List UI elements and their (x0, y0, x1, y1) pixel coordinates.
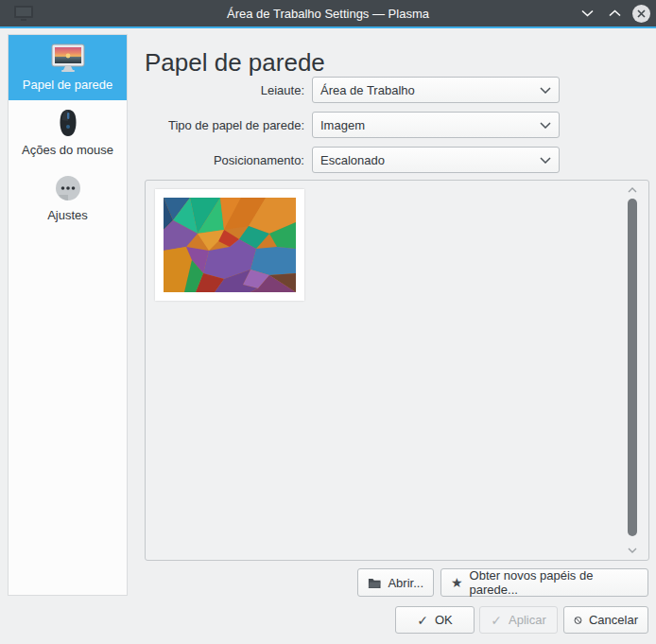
wallpaper-type-label: Tipo de papel de parede: (132, 112, 304, 138)
app-icon (13, 5, 34, 22)
scroll-down-icon[interactable] (627, 546, 638, 555)
maximize-icon[interactable] (605, 4, 624, 23)
page-title: Papel de parede (145, 48, 325, 78)
wallpaper-image (164, 198, 296, 292)
wallpaper-type-select-value: Imagem (320, 118, 540, 132)
positioning-select-value: Escalonado (320, 153, 540, 167)
sidebar: Papel de parede Ações do mouse Ajustes (8, 34, 128, 596)
layout-select-value: Área de Trabalho (320, 83, 540, 97)
positioning-select[interactable]: Escalonado (312, 147, 560, 173)
scrollbar-thumb[interactable] (628, 199, 637, 536)
tweaks-icon (51, 174, 85, 202)
apply-button-label: Aplicar (509, 613, 546, 627)
sidebar-item-label: Ações do mouse (22, 143, 113, 157)
sidebar-item-papel-de-parede[interactable]: Papel de parede (9, 35, 127, 100)
chevron-down-icon (540, 157, 551, 164)
check-icon: ✓ (491, 614, 502, 627)
sidebar-item-label: Papel de parede (23, 78, 112, 92)
sidebar-item-acoes-do-mouse[interactable]: Ações do mouse (9, 100, 127, 165)
window-title: Área de Trabalho Settings — Plasma (227, 7, 429, 21)
wallpaper-monitor-icon (51, 44, 85, 72)
sidebar-item-label: Ajustes (47, 208, 88, 222)
wallpaper-list-scrollbar (627, 185, 638, 555)
layout-select[interactable]: Área de Trabalho (312, 77, 560, 103)
wallpaper-list (145, 180, 649, 561)
wallpaper-thumbnail-selected[interactable] (155, 189, 304, 301)
layout-label: Leiaute: (132, 77, 304, 103)
get-new-wallpapers-button[interactable]: ★ Obter novos papéis de parede... (440, 568, 648, 597)
chevron-down-icon (540, 87, 551, 94)
open-button-label: Abrir... (388, 576, 423, 590)
get-new-wallpapers-label: Obter novos papéis de parede... (470, 568, 638, 597)
open-button[interactable]: Abrir... (357, 568, 434, 597)
wallpaper-type-select[interactable]: Imagem (312, 112, 560, 138)
titlebar: Área de Trabalho Settings — Plasma (0, 0, 656, 28)
sidebar-item-ajustes[interactable]: Ajustes (9, 165, 127, 231)
mouse-icon (51, 109, 85, 137)
close-icon[interactable] (632, 5, 650, 23)
cancel-button[interactable]: Cancelar (563, 606, 648, 634)
star-icon: ★ (451, 576, 463, 589)
ok-button[interactable]: ✓ OK (395, 606, 475, 634)
cancel-icon (574, 614, 582, 627)
cancel-button-label: Cancelar (589, 613, 638, 627)
check-icon: ✓ (417, 614, 428, 627)
ok-button-label: OK (435, 613, 453, 627)
chevron-down-icon (540, 122, 551, 129)
folder-icon (368, 577, 381, 589)
apply-button[interactable]: ✓ Aplicar (479, 606, 558, 634)
positioning-label: Posicionamento: (132, 147, 304, 173)
scroll-up-icon[interactable] (627, 185, 638, 195)
minimize-icon[interactable] (578, 4, 596, 23)
